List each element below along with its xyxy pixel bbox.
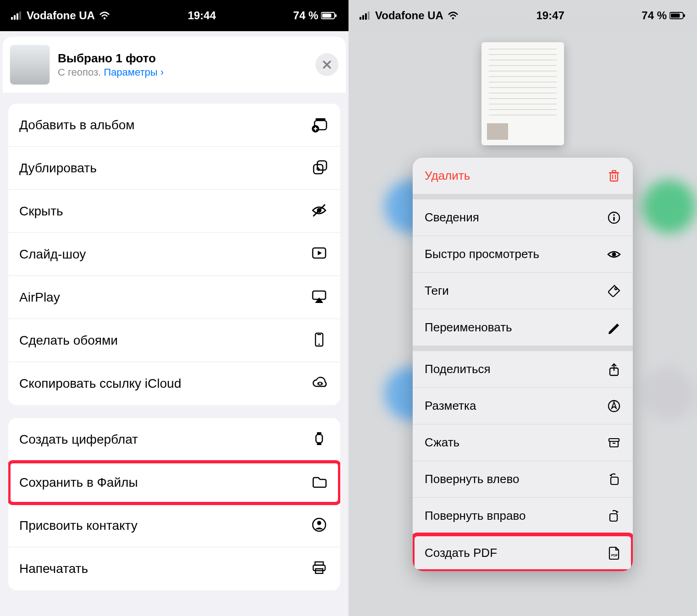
sheet-sub-prefix: С геопоз. xyxy=(58,66,104,78)
battery-icon xyxy=(321,11,337,20)
phone-wallpaper-icon xyxy=(311,331,329,350)
tag-icon xyxy=(607,284,621,298)
menu-item-label: Быстро просмотреть xyxy=(425,247,539,261)
rotate-right-icon xyxy=(607,509,621,523)
battery-pct: 74 % xyxy=(293,9,318,22)
watch-face-icon xyxy=(311,430,329,449)
menu-item-label: Удалить xyxy=(425,169,470,183)
info-icon xyxy=(607,211,621,225)
menu-item-label: Повернуть вправо xyxy=(425,509,526,523)
status-time: 19:47 xyxy=(536,9,564,22)
file-preview[interactable] xyxy=(481,42,564,145)
menu-item[interactable]: AirPlay xyxy=(8,276,340,319)
menu-item-label: AirPlay xyxy=(19,290,60,305)
menu-item-label: Теги xyxy=(425,284,449,298)
eye-icon xyxy=(607,248,621,261)
wifi-icon xyxy=(100,11,111,20)
menu-item[interactable]: Дублировать xyxy=(8,147,340,190)
airplay-icon xyxy=(311,288,329,307)
menu-item[interactable]: Присвоить контакту xyxy=(8,504,340,547)
menu-item-label: Создать циферблат xyxy=(19,432,138,447)
menu-item-label: Разметка xyxy=(425,399,476,413)
menu-item-label: Напечатать xyxy=(19,561,88,576)
menu-item-label: Сжать xyxy=(425,435,459,450)
options-link[interactable]: Параметры › xyxy=(104,66,164,78)
menu-item[interactable]: Поделиться xyxy=(413,351,633,388)
menu-item[interactable]: Скрыть xyxy=(8,190,340,233)
icloud-link-icon xyxy=(311,374,329,393)
menu-item-label: Сохранить в Файлы xyxy=(19,475,138,490)
status-time: 19:44 xyxy=(188,9,216,22)
rotate-left-icon xyxy=(607,473,621,486)
share-icon xyxy=(607,363,621,376)
trash-icon xyxy=(607,169,621,183)
menu-item[interactable]: Быстро просмотреть xyxy=(413,236,633,273)
menu-item[interactable]: Слайд-шоу xyxy=(8,233,340,276)
menu-item[interactable]: Создать циферблат xyxy=(8,418,340,461)
menu-item[interactable]: Сжать xyxy=(413,424,633,461)
menu-item[interactable]: Сделать обоями xyxy=(8,319,340,362)
menu-item[interactable]: Повернуть влево xyxy=(413,461,633,498)
slideshow-icon xyxy=(311,245,329,264)
menu-item[interactable]: Удалить xyxy=(413,158,633,194)
menu-item-label: Сведения xyxy=(425,210,479,225)
menu-item[interactable]: Сведения xyxy=(413,199,633,236)
folder-icon xyxy=(311,473,329,492)
battery-pct: 74 % xyxy=(642,9,667,22)
pdf-icon xyxy=(607,546,621,560)
sheet-title: Выбрано 1 фото xyxy=(58,51,307,66)
signal-icon xyxy=(11,11,22,20)
battery-icon xyxy=(669,11,686,20)
wifi-icon xyxy=(448,11,459,20)
menu-item-label: Создать PDF xyxy=(425,546,497,560)
markup-icon xyxy=(607,399,621,413)
menu-item-label: Скрыть xyxy=(19,204,63,219)
menu-item[interactable]: Добавить в альбом xyxy=(8,104,340,147)
carrier-label: Vodafone UA xyxy=(375,9,443,22)
actions-group-2: Создать циферблатСохранить в ФайлыПрисво… xyxy=(8,418,340,590)
menu-item-label: Дублировать xyxy=(19,161,97,176)
add-album-icon xyxy=(311,116,329,134)
duplicate-icon xyxy=(311,159,329,177)
menu-separator xyxy=(413,346,633,351)
menu-item[interactable]: Теги xyxy=(413,273,633,309)
menu-item[interactable]: Напечатать xyxy=(8,547,340,590)
status-bar-left: Vodafone UA 19:44 74 % xyxy=(0,0,348,31)
pencil-icon xyxy=(607,321,621,335)
selected-photo-thumb xyxy=(10,45,50,84)
archive-icon xyxy=(607,436,621,450)
menu-separator xyxy=(413,194,633,199)
menu-item-label: Скопировать ссылку iCloud xyxy=(19,376,181,391)
status-bar-right: Vodafone UA 19:47 74 % xyxy=(348,0,697,31)
actions-group-1: Добавить в альбомДублироватьСкрытьСлайд-… xyxy=(8,104,340,405)
menu-item[interactable]: Создать PDF xyxy=(413,534,633,571)
carrier-label: Vodafone UA xyxy=(27,9,95,22)
menu-item[interactable]: Повернуть вправо xyxy=(413,498,633,534)
contact-icon xyxy=(311,517,329,535)
menu-item[interactable]: Переименовать xyxy=(413,309,633,346)
context-menu: УдалитьСведенияБыстро просмотретьТегиПер… xyxy=(413,158,633,571)
menu-item-label: Повернуть влево xyxy=(425,472,519,486)
menu-item[interactable]: Сохранить в Файлы xyxy=(8,461,340,504)
hide-eye-icon xyxy=(311,202,329,220)
menu-item[interactable]: Скопировать ссылку iCloud xyxy=(8,362,340,405)
menu-item-label: Добавить в альбом xyxy=(19,118,135,132)
menu-item[interactable]: Разметка xyxy=(413,388,633,424)
menu-item-label: Присвоить контакту xyxy=(19,518,138,533)
signal-icon xyxy=(360,11,371,20)
menu-item-label: Сделать обоями xyxy=(19,333,118,348)
menu-item-label: Переименовать xyxy=(425,320,512,335)
menu-item-label: Слайд-шоу xyxy=(19,247,86,262)
close-button[interactable] xyxy=(315,53,338,76)
share-sheet-header: Выбрано 1 фото С геопоз. Параметры › xyxy=(3,37,346,93)
menu-item-label: Поделиться xyxy=(425,362,491,376)
print-icon xyxy=(311,560,329,578)
